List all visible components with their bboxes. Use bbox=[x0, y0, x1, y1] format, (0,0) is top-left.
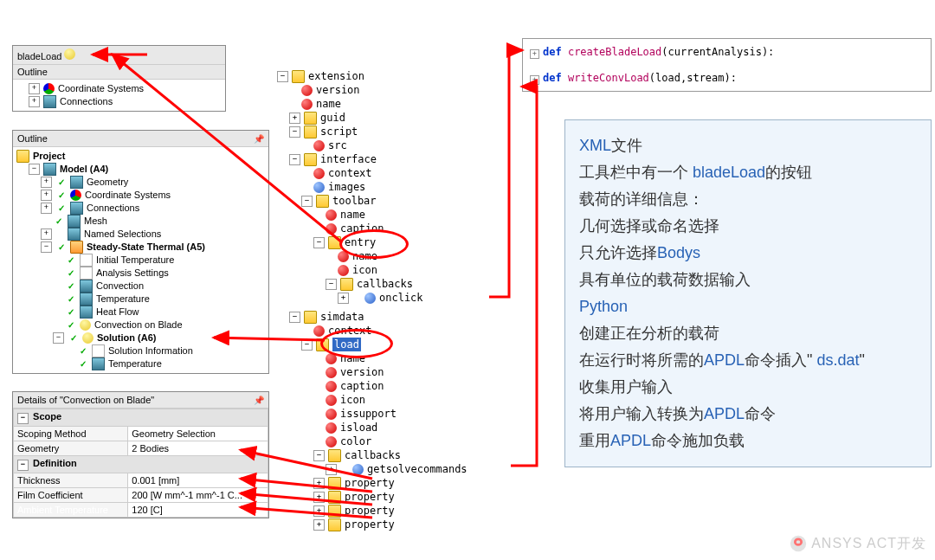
load-node[interactable]: load bbox=[332, 338, 361, 351]
tree-item[interactable]: Temperature bbox=[108, 357, 162, 370]
fold-icon[interactable]: + bbox=[530, 49, 539, 59]
xml-attr[interactable]: context bbox=[328, 166, 372, 180]
convection-blade-node[interactable]: Convection on Blade bbox=[94, 319, 183, 331]
expand-icon[interactable]: + bbox=[289, 113, 300, 124]
expand-icon[interactable]: + bbox=[338, 293, 349, 304]
xml-attr[interactable]: caption bbox=[340, 379, 384, 393]
bladeload-icon[interactable] bbox=[64, 48, 75, 60]
tree-item[interactable]: Convection bbox=[96, 280, 144, 293]
xml-node[interactable]: guid bbox=[320, 111, 345, 125]
tree-item[interactable]: Geometry bbox=[87, 176, 128, 189]
collapse-icon[interactable]: − bbox=[17, 413, 29, 424]
collapse-icon[interactable]: − bbox=[277, 71, 288, 82]
collapse-icon[interactable]: − bbox=[301, 339, 313, 351]
onclick-node[interactable]: onclick bbox=[379, 291, 423, 305]
collapse-icon[interactable]: − bbox=[289, 154, 300, 165]
property-node[interactable]: property bbox=[345, 490, 395, 504]
model-node[interactable]: Model (A4) bbox=[60, 163, 108, 176]
collapse-icon[interactable]: − bbox=[289, 312, 300, 323]
expand-icon[interactable]: + bbox=[41, 203, 52, 214]
solution-node[interactable]: Solution (A6) bbox=[97, 331, 156, 344]
mesh-icon bbox=[68, 215, 81, 228]
tree-item[interactable]: Named Selections bbox=[84, 228, 161, 241]
sst-node[interactable]: Steady-State Thermal (A5) bbox=[87, 241, 205, 254]
collapse-icon[interactable]: − bbox=[326, 279, 337, 290]
xml-attr[interactable]: images bbox=[328, 180, 365, 194]
extension-node[interactable]: extension bbox=[308, 69, 364, 83]
collapse-icon[interactable]: − bbox=[41, 241, 52, 253]
property-node[interactable]: property bbox=[345, 518, 395, 531]
tree-item[interactable]: Solution Information bbox=[108, 344, 193, 357]
xml-attr[interactable]: name bbox=[316, 97, 341, 111]
expand-icon[interactable]: + bbox=[313, 478, 325, 489]
collapse-icon[interactable]: − bbox=[29, 164, 40, 175]
expand-icon[interactable]: + bbox=[326, 464, 337, 475]
attr-icon bbox=[313, 140, 325, 151]
tree-item[interactable]: Heat Flow bbox=[96, 306, 139, 319]
collapse-icon[interactable]: − bbox=[289, 126, 300, 138]
xml-attr[interactable]: isload bbox=[340, 421, 377, 434]
explain-panel: XML文件 工具栏中有一个 bladeLoad的按钮 载荷的详细信息： 几何选择… bbox=[564, 119, 932, 467]
expand-icon[interactable]: + bbox=[41, 177, 52, 188]
collapse-icon[interactable]: − bbox=[313, 450, 325, 461]
xml-attr[interactable]: name bbox=[340, 351, 365, 365]
tree-item[interactable]: Mesh bbox=[84, 215, 107, 228]
tree-item[interactable]: Connections bbox=[60, 95, 113, 108]
attr-icon bbox=[338, 251, 349, 262]
pin-icon[interactable]: 📌 bbox=[254, 396, 264, 405]
xml-attr[interactable]: icon bbox=[352, 263, 377, 277]
expand-icon[interactable]: + bbox=[29, 83, 40, 94]
property-node[interactable]: property bbox=[345, 504, 395, 518]
xml-attr[interactable]: icon bbox=[340, 393, 365, 407]
tree-item[interactable]: Coordinate Systems bbox=[85, 189, 171, 202]
collapse-icon[interactable]: − bbox=[301, 196, 313, 207]
scoping-method-value[interactable]: Geometry Selection bbox=[128, 427, 268, 441]
expand-icon[interactable]: + bbox=[41, 229, 52, 240]
xml-attr[interactable]: version bbox=[340, 365, 384, 379]
conn-icon bbox=[70, 202, 83, 215]
xml-attr[interactable]: color bbox=[340, 434, 371, 448]
xml-attr[interactable]: name bbox=[340, 208, 365, 222]
xml-attr[interactable]: caption bbox=[340, 222, 384, 235]
bladeload-label[interactable]: bladeLoad bbox=[17, 51, 61, 61]
attr-icon bbox=[326, 409, 337, 420]
collapse-icon[interactable]: − bbox=[53, 332, 64, 344]
film-value[interactable]: 200 [W mm^-1 mm^-1 C... bbox=[128, 488, 268, 503]
outline-tree: Project −Model (A4) +✓Geometry +✓Coordin… bbox=[13, 147, 268, 373]
property-node[interactable]: property bbox=[345, 476, 395, 490]
xml-node[interactable]: toolbar bbox=[332, 194, 377, 208]
expand-icon[interactable]: + bbox=[41, 190, 52, 201]
tree-item[interactable]: Initial Temperature bbox=[96, 254, 174, 267]
xml-attr[interactable]: version bbox=[316, 83, 360, 97]
geometry-value[interactable]: 2 Bodies bbox=[128, 441, 268, 456]
tree-item[interactable]: Coordinate Systems bbox=[58, 82, 144, 95]
entry-node[interactable]: entry bbox=[345, 235, 376, 249]
expand-icon[interactable]: + bbox=[29, 96, 40, 107]
tree-item[interactable]: Temperature bbox=[96, 293, 150, 306]
pin-icon[interactable]: 📌 bbox=[254, 134, 264, 144]
collapse-icon[interactable]: − bbox=[17, 460, 29, 471]
xml-attr[interactable]: context bbox=[328, 324, 372, 338]
thickness-value[interactable]: 0.001 [mm] bbox=[128, 473, 268, 488]
scoping-method-label: Scoping Method bbox=[14, 427, 128, 441]
xml-node[interactable]: callbacks bbox=[345, 448, 401, 462]
tree-item[interactable]: Analysis Settings bbox=[96, 267, 169, 280]
getsolve-node[interactable]: getsolvecommands bbox=[367, 462, 468, 476]
outline-panel: Outline📌 Project −Model (A4) +✓Geometry … bbox=[12, 130, 269, 374]
xml-node[interactable]: script bbox=[320, 125, 358, 138]
expand-icon[interactable]: + bbox=[313, 492, 325, 503]
fold-icon[interactable]: + bbox=[530, 75, 539, 85]
xml-node[interactable]: simdata bbox=[320, 310, 364, 324]
expand-icon[interactable]: + bbox=[313, 519, 325, 531]
expand-icon[interactable]: + bbox=[313, 505, 325, 517]
xml-attr[interactable]: src bbox=[328, 138, 347, 152]
project-node[interactable]: Project bbox=[33, 150, 65, 163]
tree-item[interactable]: Connections bbox=[87, 202, 139, 215]
xml-attr[interactable]: name bbox=[352, 249, 377, 263]
collapse-icon[interactable]: − bbox=[313, 237, 325, 248]
folder-icon bbox=[328, 491, 341, 504]
ambient-value[interactable]: 120 [C] bbox=[128, 503, 268, 518]
xml-node[interactable]: interface bbox=[320, 152, 377, 166]
xml-attr[interactable]: issupport bbox=[340, 407, 397, 421]
xml-node[interactable]: callbacks bbox=[357, 277, 413, 291]
